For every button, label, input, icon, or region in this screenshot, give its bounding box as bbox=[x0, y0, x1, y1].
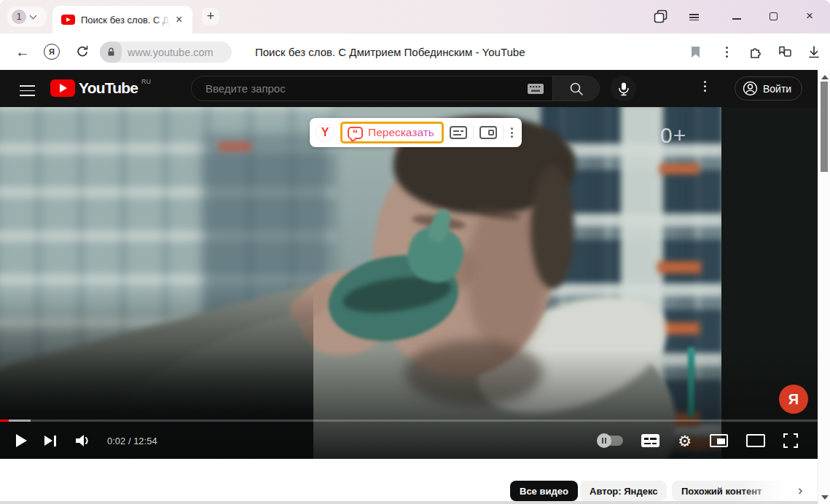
progress-bar[interactable] bbox=[0, 420, 818, 422]
browser-window: 1 Поиск без слов. С Дми × + × ← Я bbox=[0, 0, 830, 504]
address-more-icon[interactable] bbox=[718, 34, 735, 70]
video-player[interactable]: Y “ Пересказать 0+ Я bbox=[0, 107, 818, 459]
sign-in-button[interactable]: Войти bbox=[735, 76, 802, 101]
next-button[interactable] bbox=[44, 436, 56, 446]
volume-button[interactable] bbox=[74, 433, 91, 449]
youtube-favicon-icon bbox=[61, 15, 75, 25]
settings-gear-icon[interactable]: ⚙ bbox=[678, 433, 692, 449]
reload-button[interactable] bbox=[72, 34, 93, 70]
yandex-assistant-badge[interactable]: Я bbox=[779, 385, 808, 414]
chip-author[interactable]: Автор: Яндекс bbox=[580, 481, 667, 501]
toolbar-more-icon[interactable] bbox=[509, 127, 514, 138]
url-text: www.youtube.com bbox=[128, 47, 214, 58]
downloads-icon[interactable] bbox=[803, 34, 825, 70]
extensions-icon[interactable] bbox=[745, 34, 767, 70]
active-tab[interactable]: Поиск без слов. С Дми × bbox=[52, 6, 192, 34]
theater-mode-button[interactable] bbox=[746, 434, 765, 447]
back-button[interactable]: ← bbox=[13, 34, 32, 70]
address-toolbar: ← Я www.youtube.com Поиск без слов. С Дм… bbox=[0, 34, 830, 70]
tab-close-icon[interactable]: × bbox=[176, 14, 182, 25]
bookmark-icon[interactable] bbox=[685, 34, 705, 70]
side-panel-icon[interactable] bbox=[651, 7, 670, 25]
youtube-play-icon bbox=[50, 79, 75, 97]
progress-buffered bbox=[9, 420, 31, 422]
retell-label: Пересказать bbox=[368, 126, 434, 139]
minimize-button[interactable] bbox=[727, 7, 746, 25]
horizontal-scrollbar[interactable] bbox=[0, 501, 818, 504]
search-button[interactable] bbox=[552, 76, 599, 101]
subtitles-button[interactable] bbox=[641, 434, 659, 447]
progress-played bbox=[0, 420, 9, 422]
time-display: 0:02 / 12:54 bbox=[107, 436, 157, 446]
search-input[interactable] bbox=[205, 82, 528, 95]
chip-all-videos[interactable]: Все видео bbox=[510, 481, 578, 501]
scrollbar-thumb[interactable] bbox=[821, 82, 828, 172]
autoplay-toggle[interactable] bbox=[598, 436, 623, 446]
retell-button[interactable]: “ Пересказать bbox=[340, 122, 444, 143]
tab-count-badge: 1 bbox=[12, 9, 26, 24]
scroll-down-icon[interactable] bbox=[821, 495, 829, 500]
guide-menu-icon[interactable] bbox=[20, 82, 35, 99]
age-rating: 0+ bbox=[660, 123, 686, 148]
youtube-logo[interactable]: YouTube RU bbox=[50, 79, 151, 97]
vertical-scrollbar[interactable] bbox=[818, 70, 830, 504]
yandex-browser-icon[interactable]: Y bbox=[316, 123, 334, 142]
chip-related[interactable]: Похожий контент bbox=[672, 481, 791, 501]
miniplayer-button[interactable] bbox=[710, 434, 728, 447]
region-label: RU bbox=[141, 78, 151, 85]
close-window-button[interactable]: × bbox=[800, 7, 819, 25]
quote-bubble-icon: “ bbox=[348, 127, 363, 139]
tab-bar: 1 Поиск без слов. С Дми × + × bbox=[0, 0, 830, 34]
scroll-up-icon[interactable] bbox=[821, 75, 829, 79]
new-tab-button[interactable]: + bbox=[202, 8, 219, 25]
maximize-button[interactable] bbox=[764, 7, 783, 25]
chevron-down-icon[interactable] bbox=[30, 12, 37, 20]
youtube-more-icon[interactable] bbox=[704, 81, 706, 92]
subtitles-toolbar-icon[interactable] bbox=[450, 126, 467, 139]
page-title: Поиск без слов. С Дмитрием Побединским -… bbox=[255, 34, 525, 70]
lock-icon[interactable] bbox=[100, 42, 122, 63]
youtube-header: YouTube RU bbox=[0, 70, 818, 107]
collections-icon[interactable] bbox=[774, 34, 796, 70]
play-button[interactable] bbox=[16, 434, 27, 447]
voice-search-button[interactable] bbox=[611, 76, 636, 101]
yandex-video-toolbar: Y “ Пересказать bbox=[310, 118, 522, 147]
keyboard-icon[interactable] bbox=[528, 84, 544, 94]
yandex-home-button[interactable]: Я bbox=[42, 34, 62, 70]
url-bar[interactable]: www.youtube.com bbox=[100, 42, 232, 63]
tab-group-counter[interactable]: 1 bbox=[7, 7, 47, 27]
below-player-area: Все видео Автор: Яндекс Похожий контент … bbox=[0, 459, 818, 504]
fullscreen-button[interactable] bbox=[783, 433, 798, 448]
chips-next-icon[interactable]: › bbox=[798, 482, 802, 498]
browser-menu-icon[interactable] bbox=[689, 7, 708, 25]
autoplay-knob bbox=[597, 433, 611, 448]
pip-toolbar-icon[interactable] bbox=[479, 126, 497, 139]
search-bar bbox=[191, 76, 600, 101]
